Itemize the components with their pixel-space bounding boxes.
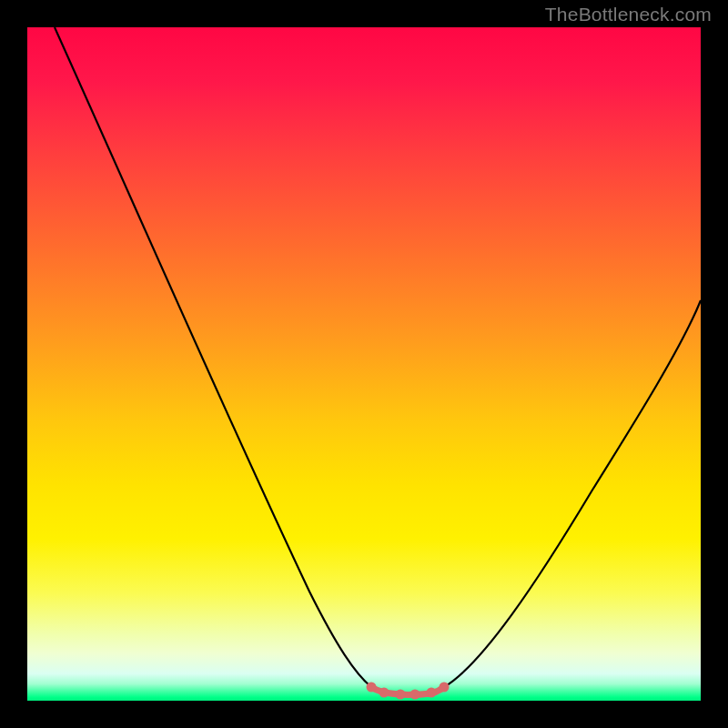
optimal-highlight-dot [396,690,406,700]
watermark-text: TheBottleneck.com [545,4,712,25]
optimal-highlight-dot [427,688,437,698]
bottleneck-curve-left [55,27,371,687]
optimal-highlight-dot [440,682,450,693]
optimal-highlight-dot [379,688,389,698]
optimal-highlight-dot [367,682,377,693]
plot-area [27,27,701,701]
optimal-highlight-dot [410,690,420,700]
chart-frame: TheBottleneck.com [0,0,728,728]
bottleneck-curve-right [444,300,701,687]
curve-layer [27,27,701,701]
